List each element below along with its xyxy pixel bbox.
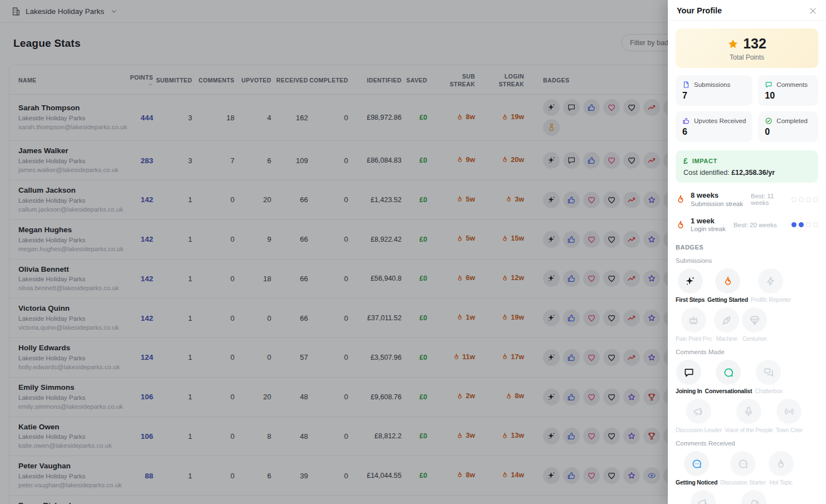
comment-icon xyxy=(683,367,695,378)
badge-conversationalist[interactable]: Conversationalist xyxy=(705,360,752,394)
stat-tile-completed: Completed0 xyxy=(758,111,818,142)
badge-getting-started[interactable]: Getting Started xyxy=(707,268,748,303)
star-icon xyxy=(727,38,739,50)
stat-value: 10 xyxy=(765,91,812,101)
chat-circle-icon xyxy=(723,367,734,378)
impact-card: £ IMPACT Cost identified: £12,358.36/yr xyxy=(676,150,818,183)
badge-sections: SubmissionsFirst StepsGetting StartedPro… xyxy=(676,257,818,504)
streak-best: Best: 11 weeks xyxy=(751,193,791,206)
badge-label: Discussion Leader xyxy=(676,427,722,433)
badge-section-title: Comments Made xyxy=(676,349,818,355)
badge-pain-point-pro[interactable]: Pain Point Pro xyxy=(676,307,711,342)
streak-dot xyxy=(806,197,811,202)
total-points-card: 132 Total Points xyxy=(676,28,818,68)
badge-label: Pain Point Pro xyxy=(676,335,711,342)
badge-centurion[interactable]: Centurion xyxy=(742,307,767,342)
chats-icon xyxy=(763,367,774,378)
badge-grid: Joining InConversationalistChatterboxDis… xyxy=(676,360,818,433)
chat-dots-icon xyxy=(737,458,749,469)
stat-label: Comments xyxy=(776,81,808,88)
flame-icon xyxy=(676,220,686,230)
stat-label: Upvotes Received xyxy=(694,118,746,124)
badge-label: Prolific Reporter xyxy=(751,296,791,303)
your-profile-drawer: Your Profile 132 Total Points Submission… xyxy=(668,0,826,504)
badge-label: Chatterbox xyxy=(755,388,782,394)
streak-dots xyxy=(791,222,818,227)
badge-getting-noticed[interactable]: Getting Noticed xyxy=(676,451,717,486)
badge-section-title: Comments Received xyxy=(676,440,818,447)
document-icon xyxy=(682,81,690,89)
badge-label: Town Crier xyxy=(776,427,803,433)
drawer-header: Your Profile xyxy=(668,0,826,21)
lightning-icon xyxy=(765,276,776,287)
streak-dot xyxy=(813,222,818,227)
total-points-label: Total Points xyxy=(676,53,818,61)
spark-icon xyxy=(685,276,696,287)
stat-value: 6 xyxy=(682,127,746,137)
streak-dot xyxy=(799,222,804,227)
stat-label: Completed xyxy=(776,118,808,124)
badge-conversation-catalyst[interactable]: Conversation Catalyst xyxy=(676,490,731,504)
streak-value: 8 weeks xyxy=(691,191,743,200)
modal-overlay[interactable] xyxy=(0,0,668,504)
rocket-icon xyxy=(721,315,732,326)
badge-label: Centurion xyxy=(742,335,767,342)
badge-chatterbox[interactable]: Chatterbox xyxy=(755,360,782,394)
total-points-value: 132 xyxy=(743,36,766,52)
badge-label: Hot Topic xyxy=(769,479,793,486)
chat-dots-icon xyxy=(691,458,702,469)
check-circle-icon xyxy=(765,117,773,125)
streaks-section: 8 weeksSubmission streakBest: 11 weeks1 … xyxy=(676,191,818,233)
flame-icon xyxy=(676,194,686,204)
badge-label: Machine xyxy=(716,335,737,342)
streak-best: Best: 20 weeks xyxy=(734,222,791,228)
streak-row: 1 weekLogin streakBest: 20 weeks xyxy=(676,217,818,234)
badge-grid: Getting NoticedDiscussion StarterHot Top… xyxy=(676,451,818,504)
badge-hot-topic[interactable]: Hot Topic xyxy=(769,451,794,486)
badge-grid: First StepsGetting StartedProlific Repor… xyxy=(676,268,818,342)
head-sound-icon xyxy=(749,497,760,504)
crown-icon xyxy=(688,315,699,326)
close-icon[interactable] xyxy=(809,7,817,15)
badge-discussion-starter[interactable]: Discussion Starter xyxy=(720,451,766,486)
impact-cost-line: Cost identified: £12,358.36/yr xyxy=(683,169,810,177)
flame-icon xyxy=(775,458,786,469)
streak-label: Submission streak xyxy=(691,200,743,208)
stat-tile-upvotes-received: Upvotes Received6 xyxy=(676,111,752,142)
stat-tile-comments: Comments10 xyxy=(758,75,818,106)
streak-dot xyxy=(791,197,796,202)
comment-icon xyxy=(765,81,773,89)
streak-dots xyxy=(791,197,818,202)
badge-prolific-reporter[interactable]: Prolific Reporter xyxy=(751,268,791,303)
streak-row: 8 weeksSubmission streakBest: 11 weeks xyxy=(676,191,818,208)
badge-first-steps[interactable]: First Steps xyxy=(676,268,705,303)
badge-discussion-leader[interactable]: Discussion Leader xyxy=(676,399,722,433)
impact-label: IMPACT xyxy=(692,158,717,164)
badge-label: Voice of the People xyxy=(725,427,773,433)
badge-joining-in[interactable]: Joining In xyxy=(676,360,702,394)
streak-dot xyxy=(791,222,796,227)
badge-town-crier[interactable]: Town Crier xyxy=(776,399,803,433)
megaphone-icon xyxy=(693,406,704,417)
streak-value: 1 week xyxy=(691,217,726,226)
stat-label: Submissions xyxy=(694,81,730,88)
mic-icon xyxy=(743,406,754,417)
badges-heading: BADGES xyxy=(676,244,818,251)
stat-value: 0 xyxy=(765,127,812,137)
megaphone-icon xyxy=(697,497,708,504)
stat-tiles: Submissions7Comments10Upvotes Received6C… xyxy=(676,75,818,142)
badge-label: Joining In xyxy=(676,388,702,394)
streak-label: Login streak xyxy=(691,225,726,233)
badge-section-title: Submissions xyxy=(676,257,818,264)
badge-talk-of-the-office[interactable]: Talk of the Office xyxy=(734,490,775,504)
streak-dot xyxy=(813,197,818,202)
badge-machine[interactable]: Machine xyxy=(714,307,739,342)
badge-label: First Steps xyxy=(676,296,705,303)
stat-value: 7 xyxy=(682,91,746,101)
streak-dot xyxy=(799,197,804,202)
badge-voice-of-the-people[interactable]: Voice of the People xyxy=(725,399,773,433)
pound-icon: £ xyxy=(683,156,688,165)
flame-icon xyxy=(722,276,734,287)
badge-label: Getting Started xyxy=(707,296,748,303)
badge-label: Getting Noticed xyxy=(676,479,717,486)
